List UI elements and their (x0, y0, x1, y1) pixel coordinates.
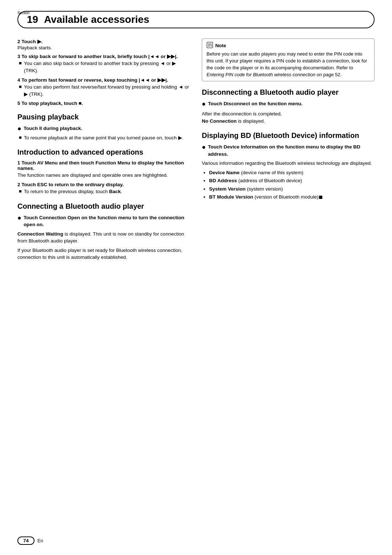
connecting-title: Connecting a Bluetooth audio player (17, 202, 190, 211)
note-header: Note (207, 42, 370, 49)
is-displayed-text: is displayed. (237, 118, 265, 124)
intro-step1-body: The function names are displayed and ope… (17, 172, 190, 179)
displaying-bullet-head: Touch Device Information on the function… (208, 143, 375, 158)
intro-step1: 1 Touch AV Menu and then touch Function … (17, 160, 190, 179)
step3-bullet: ■ You can also skip back or forward to a… (17, 60, 190, 74)
disconnecting-bullet: ● Touch Disconnect on the function menu. (202, 100, 375, 108)
displaying-bullet: ● Touch Device Information on the functi… (202, 143, 375, 158)
pausing-body-text: To resume playback at the same point tha… (24, 134, 184, 142)
section-title: Available accessories (44, 15, 149, 25)
connecting-body1: Connection Waiting is displayed. This un… (17, 230, 190, 245)
note-body: Before you can use audio players you may… (207, 51, 370, 78)
step3-bullet-icon: ■ (19, 60, 22, 67)
item-label-2: System Version (209, 186, 246, 192)
intro-step2-icon: ■ (19, 188, 22, 195)
item-desc-0: (device name of this system) (240, 170, 303, 175)
displaying-dot: ● (202, 143, 206, 151)
step2-heading: 2 Touch ▶. (17, 38, 190, 44)
list-item: BD Address (address of Bluetooth device) (209, 177, 375, 184)
section-header: 19 Available accessories (17, 11, 375, 28)
disconnecting-section: Disconnecting a Bluetooth audio player ●… (202, 88, 375, 125)
note-label: Note (215, 43, 226, 48)
displaying-section: Displaying BD (Bluetooth Device) informa… (202, 131, 375, 201)
right-column: Note Before you can use audio players yo… (202, 38, 375, 264)
section-label: Section (17, 11, 29, 15)
connecting-bullet-dot: ● (17, 214, 21, 222)
intro-title: Introduction to advanced operations (17, 148, 190, 156)
intro-step2: 2 Touch ESC to return to the ordinary di… (17, 182, 190, 195)
page: Section 19 Available accessories 2 Touch… (0, 0, 392, 555)
pausing-bullet-dot: ● (17, 125, 21, 133)
step5-block: 5 To stop playback, touch ■. (17, 101, 190, 106)
pausing-bullet-head: Touch II during playback. (24, 125, 82, 132)
disconnecting-dot: ● (202, 100, 206, 108)
pausing-bullet: ● Touch II during playback. (17, 125, 190, 133)
intro-step2-heading: 2 Touch ESC to return to the ordinary di… (17, 182, 190, 187)
step4-bullet: ■ You can also perform fast reverse/fast… (17, 83, 190, 98)
list-item: System Version (system version) (209, 185, 375, 193)
intro-step2-body: ■ To return to the previous display, tou… (17, 188, 190, 195)
intro-step1-heading: 1 Touch AV Menu and then touch Function … (17, 160, 190, 171)
page-number: 74 (17, 536, 34, 545)
connecting-section: Connecting a Bluetooth audio player ● To… (17, 202, 190, 261)
stop-square-icon (319, 196, 322, 199)
pausing-section: Pausing playback ● Touch II during playb… (17, 113, 190, 141)
step5-heading: 5 To stop playback, touch ■. (17, 101, 190, 106)
note-italic: Entering PIN code for Bluetooth wireless… (207, 72, 315, 77)
section-number: 19 (27, 15, 38, 25)
connecting-bullet-head: Touch Connection Open on the function me… (24, 214, 190, 228)
step4-bullet-text: You can also perform fast reverse/fast f… (24, 83, 190, 98)
item-label-0: Device Name (209, 170, 240, 175)
note-box: Note Before you can use audio players yo… (202, 38, 375, 81)
displaying-list: Device Name (device name of this system)… (202, 169, 375, 201)
footer: 74 En (17, 536, 43, 545)
intro-step2-text: To return to the previous display, touch… (24, 188, 122, 195)
item-label-3: BT Module Version (209, 194, 253, 200)
note-icon (207, 42, 213, 49)
connecting-bullet: ● Touch Connection Open on the function … (17, 214, 190, 228)
step3-heading: 3 To skip back or forward to another tra… (17, 53, 190, 59)
disconnecting-body: After the disconnection is completed, No… (202, 110, 375, 125)
step3-block: 3 To skip back or forward to another tra… (17, 53, 190, 74)
step4-bullet-icon: ■ (19, 83, 22, 90)
step4-block: 4 To perform fast forward or reverse, ke… (17, 77, 190, 98)
item-desc-2: (system version) (246, 186, 283, 192)
no-connection-text: No Connection (202, 118, 237, 124)
displaying-title: Displaying BD (Bluetooth Device) informa… (202, 131, 375, 140)
left-column: 2 Touch ▶. Playback starts. 3 To skip ba… (17, 38, 190, 264)
list-item: BT Module Version (version of Bluetooth … (209, 193, 375, 201)
after-disc-text: After the disconnection is completed, (202, 111, 282, 117)
displaying-body: Various information regarding the Blueto… (202, 160, 375, 167)
disconnecting-title: Disconnecting a Bluetooth audio player (202, 88, 375, 97)
list-item: Device Name (device name of this system) (209, 169, 375, 176)
step3-bullet-text: You can also skip back or forward to ano… (24, 60, 190, 74)
item-desc-1: (address of Bluetooth device) (237, 178, 302, 183)
content-columns: 2 Touch ▶. Playback starts. 3 To skip ba… (17, 38, 375, 264)
footer-lang: En (37, 538, 43, 543)
item-desc-3: (version of Bluetooth module) (253, 194, 319, 200)
conn-waiting-text: Connection Waiting (17, 231, 63, 237)
pausing-title: Pausing playback (17, 113, 190, 121)
intro-section: Introduction to advanced operations 1 To… (17, 148, 190, 195)
pausing-body-icon: ■ (19, 134, 22, 141)
disconnecting-bullet-head: Touch Disconnect on the function menu. (208, 100, 303, 107)
connecting-body2: If your Bluetooth audio player is set re… (17, 247, 190, 261)
pausing-body: ■ To resume playback at the same point t… (17, 134, 190, 142)
step2-block: 2 Touch ▶. Playback starts. (17, 38, 190, 50)
item-label-1: BD Address (209, 178, 237, 183)
step4-heading: 4 To perform fast forward or reverse, ke… (17, 77, 190, 83)
step2-body: Playback starts. (17, 45, 190, 50)
